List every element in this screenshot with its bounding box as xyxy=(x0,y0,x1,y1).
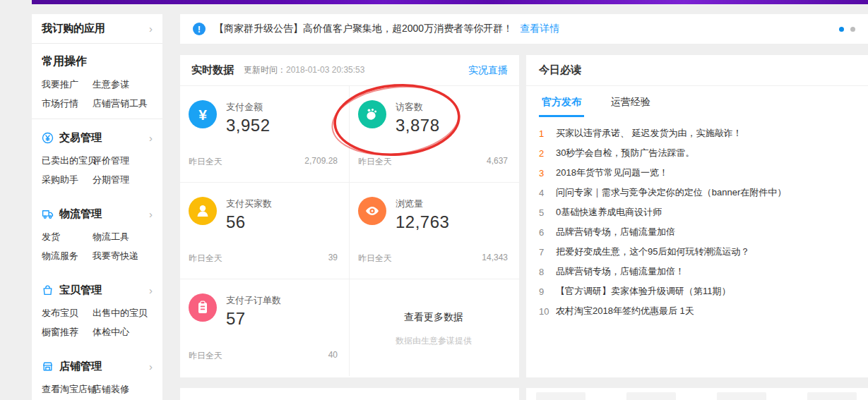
daily-read-item[interactable]: 10 农村淘宝2018年签约优惠最后 1天 xyxy=(539,301,855,321)
sidebar-link[interactable]: 已卖出的宝贝 xyxy=(42,151,93,170)
daily-read-item[interactable]: 3 2018年货节常见问题一览！ xyxy=(539,163,855,183)
more-data-cell: 查看更多数据 数据由生意参谋提供 xyxy=(350,279,519,376)
chevron-right-icon: › xyxy=(149,209,153,219)
next-panel-left xyxy=(180,388,519,400)
sidebar-link[interactable]: 店铺营销工具 xyxy=(93,94,153,113)
sidebar-link[interactable]: 市场行情 xyxy=(42,94,93,113)
yesterday-label: 昨日全天 xyxy=(189,350,222,362)
purchased-apps-label: 我订购的应用 xyxy=(42,22,105,35)
item-number: 5 xyxy=(539,207,556,218)
metric-label: 支付金额 xyxy=(226,101,270,114)
live-broadcast-link[interactable]: 实况直播 xyxy=(468,64,508,77)
next-panel-right xyxy=(526,388,868,400)
item-text: 0基础快速养成电商设计师 xyxy=(556,206,662,219)
daily-read-item[interactable]: 5 0基础快速养成电商设计师 xyxy=(539,202,855,222)
sidebar-section-header[interactable]: 宝贝管理 › xyxy=(42,282,153,298)
yesterday-value: 40 xyxy=(328,350,338,362)
yesterday-label: 昨日全天 xyxy=(189,156,222,168)
sidebar-link[interactable]: 查看淘宝店铺 xyxy=(42,380,93,399)
sidebar-link[interactable]: 物流服务 xyxy=(42,246,93,265)
sidebar-section: 店铺管理 › 查看淘宝店铺 店铺装修 图片空间 手机淘宝店铺 xyxy=(32,358,162,400)
metric-cell[interactable]: 支付子订单数 57 昨日全天 40 xyxy=(180,279,350,376)
common-operations-title: 常用操作 xyxy=(42,52,153,71)
item-text: 把爱好变成生意，这个95后如何玩转潮流运动？ xyxy=(556,246,749,258)
sidebar-section: 宝贝管理 › 发布宝贝 出售中的宝贝 橱窗推荐 体检中心 xyxy=(32,282,162,341)
metric-cell[interactable]: 支付买家数 56 昨日全天 39 xyxy=(180,183,350,279)
daily-read-item[interactable]: 2 30秒学会自检，预防广告法踩雷。 xyxy=(539,143,855,163)
item-number: 8 xyxy=(539,267,556,277)
sidebar-link[interactable]: 分期管理 xyxy=(93,170,153,189)
item-number: 1 xyxy=(539,128,556,139)
metric-value: 12,763 xyxy=(396,212,449,232)
sidebar-link[interactable]: 发布宝贝 xyxy=(42,303,93,322)
sidebar-link[interactable]: 评价管理 xyxy=(93,151,153,170)
metric-label: 访客数 xyxy=(396,101,440,114)
sidebar-link[interactable]: 发货 xyxy=(42,227,93,246)
sidebar-section: 交易管理 › 已卖出的宝贝 评价管理 采购助手 分期管理 xyxy=(32,130,162,189)
sidebar-section-header[interactable]: 物流管理 › xyxy=(42,206,153,222)
dot-inactive[interactable] xyxy=(850,27,855,32)
data-source-note: 数据由生意参谋提供 xyxy=(396,335,472,347)
seller-dashboard: 我订购的应用 › 常用操作 我要推广 生意参谋 市场行情 店铺营销工具 xyxy=(0,0,868,400)
metric-cell[interactable]: 浏览量 12,763 昨日全天 14,343 xyxy=(350,183,519,279)
yesterday-label: 昨日全天 xyxy=(189,253,222,265)
sidebar-sections: 交易管理 › 已卖出的宝贝 评价管理 采购助手 分期管理 xyxy=(32,119,162,400)
item-text: 30秒学会自检，预防广告法踩雷。 xyxy=(556,147,694,159)
item-number: 10 xyxy=(539,306,556,317)
metric-value: 3,878 xyxy=(396,116,440,135)
sidebar-link[interactable]: 店铺装修 xyxy=(93,380,153,399)
sidebar-link[interactable]: 我要寄快递 xyxy=(93,246,153,265)
sidebar-section-header[interactable]: 交易管理 › xyxy=(42,130,153,145)
sidebar-link[interactable]: 出售中的宝贝 xyxy=(93,303,153,322)
order-icon xyxy=(194,299,211,316)
sidebar-section-header[interactable]: 店铺管理 › xyxy=(42,358,153,374)
update-time: 更新时间：2018-01-03 20:35:53 xyxy=(244,64,364,76)
view-more-data-link[interactable]: 查看更多数据 xyxy=(404,311,463,324)
dot-active[interactable] xyxy=(839,27,844,32)
daily-read-item[interactable]: 4 问问专家｜需求与竞争决定你的定位（banner在附件中） xyxy=(539,183,855,202)
metric-cell[interactable]: 访客数 3,878 昨日全天 4,637 xyxy=(350,86,519,183)
sidebar-section-title: 宝贝管理 xyxy=(59,284,102,297)
item-number: 3 xyxy=(539,168,556,178)
item-text: 品牌营销专场，店铺流量加倍！ xyxy=(556,265,684,278)
chevron-right-icon: › xyxy=(149,285,153,296)
item-text: 品牌营销专场，店铺流量加倍 xyxy=(556,226,675,238)
daily-read-item[interactable]: 1 买家以违背承诺、 延迟发货为由，实施敲诈！ xyxy=(539,123,855,143)
daily-read-tab[interactable]: 运营经验 xyxy=(608,95,653,117)
metric-label: 支付买家数 xyxy=(226,198,272,210)
daily-read-tab[interactable]: 官方发布 xyxy=(539,95,584,117)
daily-read-item[interactable]: 7 把爱好变成生意，这个95后如何玩转潮流运动？ xyxy=(539,242,855,262)
sidebar-section-links: 发布宝贝 出售中的宝贝 橱窗推荐 体检中心 xyxy=(42,303,153,341)
item-text: 问问专家｜需求与竞争决定你的定位（banner在附件中） xyxy=(556,186,786,199)
truck-icon xyxy=(42,208,54,220)
metrics-grid: ¥ 支付金额 3,952 昨日全天 2,709.28 xyxy=(180,86,519,376)
daily-read-item[interactable]: 9 【官方调研】卖家体验升级调研（第11期） xyxy=(539,281,855,301)
chevron-right-icon: › xyxy=(149,133,153,143)
item-number: 4 xyxy=(539,188,556,198)
yesterday-value: 14,343 xyxy=(482,253,508,265)
daily-read-item[interactable]: 6 品牌营销专场，店铺流量加倍 xyxy=(539,222,855,242)
yuan-icon: ¥ xyxy=(198,107,207,122)
sidebar-section: 物流管理 › 发货 物流工具 物流服务 我要寄快递 xyxy=(32,206,162,265)
sidebar: 我订购的应用 › 常用操作 我要推广 生意参谋 市场行情 店铺营销工具 xyxy=(32,14,162,400)
metric-value: 57 xyxy=(226,309,281,329)
item-text: 农村淘宝2018年签约优惠最后 1天 xyxy=(556,305,694,317)
sidebar-link[interactable]: 橱窗推荐 xyxy=(42,322,93,341)
sidebar-section-title: 交易管理 xyxy=(59,131,102,145)
sidebar-link[interactable]: 生意参谋 xyxy=(93,75,153,94)
announcement-detail-link[interactable]: 查看详情 xyxy=(520,23,559,35)
bag-icon xyxy=(42,284,54,296)
sidebar-item-purchased-apps[interactable]: 我订购的应用 › xyxy=(32,14,162,44)
daily-read-item[interactable]: 8 品牌营销专场，店铺流量加倍！ xyxy=(539,262,855,281)
item-number: 9 xyxy=(539,286,556,297)
common-operations-section: 常用操作 我要推广 生意参谋 市场行情 店铺营销工具 xyxy=(32,44,162,119)
sidebar-link[interactable]: 采购助手 xyxy=(42,170,93,189)
metric-value: 56 xyxy=(226,212,272,232)
yesterday-value: 2,709.28 xyxy=(304,156,338,168)
sidebar-link[interactable]: 体检中心 xyxy=(93,322,153,341)
daily-read-title: 今日必读 xyxy=(539,63,581,77)
footprint-icon xyxy=(364,106,381,123)
sidebar-link[interactable]: 我要推广 xyxy=(42,75,93,94)
sidebar-link[interactable]: 物流工具 xyxy=(93,227,153,246)
metric-cell[interactable]: ¥ 支付金额 3,952 昨日全天 2,709.28 xyxy=(180,86,350,183)
